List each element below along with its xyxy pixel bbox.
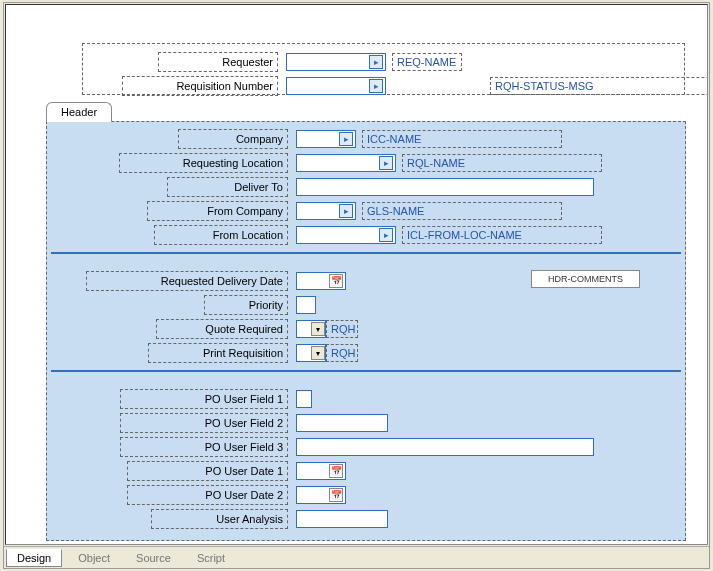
uf1-label: PO User Field 1	[205, 393, 283, 405]
req-loc-input[interactable]: ▸	[296, 154, 396, 172]
print-req-label-holder: Print Requisition	[148, 343, 288, 363]
uf3-label: PO User Field 3	[205, 441, 283, 453]
company-label-holder: Company	[178, 129, 288, 149]
hdr-comments-button-holder: HDR-COMMENTS	[531, 270, 640, 288]
req-number-label-holder: Requisition Number	[122, 76, 278, 96]
req-number-label: Requisition Number	[176, 80, 273, 92]
priority-label-holder: Priority	[204, 295, 288, 315]
main-scroll[interactable]: Requester ▸ REQ-NAME Requisition Number …	[5, 4, 708, 545]
lookup-icon[interactable]: ▸	[369, 79, 383, 93]
requester-label: Requester	[222, 56, 273, 68]
req-loc-label-holder: Requesting Location	[119, 153, 288, 173]
calendar-icon[interactable]: 📅	[329, 274, 343, 288]
divider-2	[51, 370, 681, 372]
uf2-input[interactable]	[296, 414, 388, 432]
uf2-label: PO User Field 2	[205, 417, 283, 429]
calendar-icon[interactable]: 📅	[329, 488, 343, 502]
ud1-label-holder: PO User Date 1	[127, 461, 288, 481]
ud1-input[interactable]: 📅	[296, 462, 346, 480]
tab-script[interactable]: Script	[187, 550, 235, 566]
requester-display: REQ-NAME	[392, 53, 462, 71]
ud2-label-holder: PO User Date 2	[127, 485, 288, 505]
tab-source[interactable]: Source	[126, 550, 181, 566]
footer-tabs: Design Object Source Script	[4, 546, 709, 568]
tab-header[interactable]: Header	[46, 102, 112, 122]
ud2-input[interactable]: 📅	[296, 486, 346, 504]
from-loc-label: From Location	[213, 229, 283, 241]
company-input[interactable]: ▸	[296, 130, 356, 148]
req-date-input[interactable]: 📅	[296, 272, 346, 290]
quote-req-label: Quote Required	[205, 323, 283, 335]
from-loc-display: ICL-FROM-LOC-NAME	[402, 226, 602, 244]
calendar-icon[interactable]: 📅	[329, 464, 343, 478]
uanal-input[interactable]	[296, 510, 388, 528]
from-company-display: GLS-NAME	[362, 202, 562, 220]
uf2-label-holder: PO User Field 2	[120, 413, 288, 433]
lookup-icon[interactable]: ▸	[379, 156, 393, 170]
uanal-label: User Analysis	[216, 513, 283, 525]
from-loc-input[interactable]: ▸	[296, 226, 396, 244]
hdr-comments-button[interactable]: HDR-COMMENTS	[531, 270, 640, 288]
lookup-icon[interactable]: ▸	[369, 55, 383, 69]
uf1-input[interactable]	[296, 390, 312, 408]
from-loc-label-holder: From Location	[154, 225, 288, 245]
from-company-label: From Company	[207, 205, 283, 217]
uf3-input[interactable]	[296, 438, 594, 456]
company-label: Company	[236, 133, 283, 145]
tab-object[interactable]: Object	[68, 550, 120, 566]
lookup-icon[interactable]: ▸	[379, 228, 393, 242]
ud1-label: PO User Date 1	[205, 465, 283, 477]
deliver-to-label: Deliver To	[234, 181, 283, 193]
deliver-to-label-holder: Deliver To	[167, 177, 288, 197]
ud2-label: PO User Date 2	[205, 489, 283, 501]
divider-1	[51, 252, 681, 254]
lookup-icon[interactable]: ▸	[339, 132, 353, 146]
uf1-label-holder: PO User Field 1	[120, 389, 288, 409]
from-company-label-holder: From Company	[147, 201, 288, 221]
print-req-label: Print Requisition	[203, 347, 283, 359]
chevron-down-icon[interactable]: ▾	[311, 322, 325, 336]
req-number-input[interactable]: ▸	[286, 77, 386, 95]
from-company-input[interactable]: ▸	[296, 202, 356, 220]
quote-req-select[interactable]: ▾	[296, 320, 326, 338]
req-date-label-holder: Requested Delivery Date	[86, 271, 288, 291]
quote-req-suffix: RQH	[326, 320, 358, 338]
lookup-icon[interactable]: ▸	[339, 204, 353, 218]
uanal-label-holder: User Analysis	[151, 509, 288, 529]
form-canvas: Requester ▸ REQ-NAME Requisition Number …	[6, 5, 686, 545]
req-loc-display: RQL-NAME	[402, 154, 602, 172]
requester-label-holder: Requester	[158, 52, 278, 72]
uf3-label-holder: PO User Field 3	[120, 437, 288, 457]
req-loc-label: Requesting Location	[183, 157, 283, 169]
print-req-suffix: RQH	[326, 344, 358, 362]
req-number-display: RQH-STATUS-MSG	[490, 77, 708, 95]
priority-label: Priority	[249, 299, 283, 311]
tab-design[interactable]: Design	[6, 549, 62, 567]
requester-input[interactable]: ▸	[286, 53, 386, 71]
req-date-label: Requested Delivery Date	[161, 275, 283, 287]
print-req-select[interactable]: ▾	[296, 344, 326, 362]
quote-req-label-holder: Quote Required	[156, 319, 288, 339]
priority-input[interactable]	[296, 296, 316, 314]
company-display: ICC-NAME	[362, 130, 562, 148]
header-panel: Company ▸ ICC-NAME Requesting Location ▸	[46, 121, 686, 541]
chevron-down-icon[interactable]: ▾	[311, 346, 325, 360]
deliver-to-input[interactable]	[296, 178, 594, 196]
